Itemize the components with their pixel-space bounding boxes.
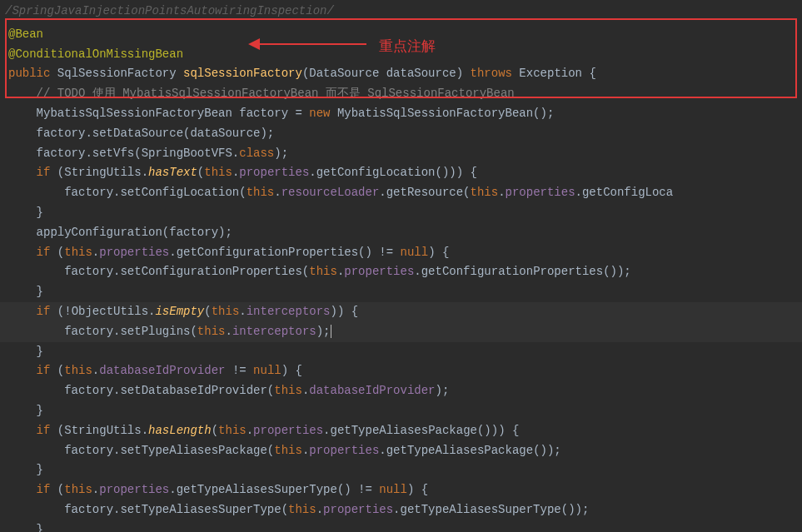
code-line: }: [0, 460, 802, 480]
breadcrumb: /SpringJavaInjectionPointsAutowiringInsp…: [0, 0, 802, 23]
code-line: }: [0, 520, 802, 532]
code-line: MybatisSqlSessionFactoryBean factory = n…: [0, 104, 802, 124]
code-line: }: [0, 342, 802, 362]
code-line: factory.setTypeAliasesSuperType(this.pro…: [0, 500, 802, 520]
code-line: factory.setConfigurationProperties(this.…: [0, 262, 802, 282]
code-line: }: [0, 203, 802, 223]
code-line: factory.setVfs(SpringBootVFS.class);: [0, 144, 802, 164]
code-line: if (this.databaseIdProvider != null) {: [0, 361, 802, 381]
code-line: if (StringUtils.hasText(this.properties.…: [0, 163, 802, 183]
code-line: }: [0, 282, 802, 302]
code-line: if (this.properties.getTypeAliasesSuperT…: [0, 480, 802, 500]
code-line: if (this.properties.getConfigurationProp…: [0, 243, 802, 263]
code-line: factory.setTypeAliasesPackage(this.prope…: [0, 441, 802, 461]
highlight-arrow: [250, 43, 366, 45]
code-line: if (StringUtils.hasLength(this.propertie…: [0, 421, 802, 441]
code-line: public SqlSessionFactory sqlSessionFacto…: [0, 64, 802, 84]
code-line-caret: factory.setPlugins(this.interceptors);: [0, 322, 802, 342]
code-line: factory.setConfigLocation(this.resourceL…: [0, 183, 802, 203]
highlight-label: 重点注解: [379, 35, 436, 59]
code-line: // TODO 使用 MybatisSqlSessionFactoryBean …: [0, 84, 802, 104]
code-line: factory.setDataSource(dataSource);: [0, 124, 802, 144]
code-line: }: [0, 401, 802, 421]
code-line: factory.setDatabaseIdProvider(this.datab…: [0, 381, 802, 401]
code-line: if (!ObjectUtils.isEmpty(this.intercepto…: [0, 302, 802, 322]
code-line: applyConfiguration(factory);: [0, 223, 802, 243]
code-editor[interactable]: @Bean @ConditionalOnMissingBean public S…: [0, 23, 802, 532]
text-caret: [331, 325, 331, 338]
